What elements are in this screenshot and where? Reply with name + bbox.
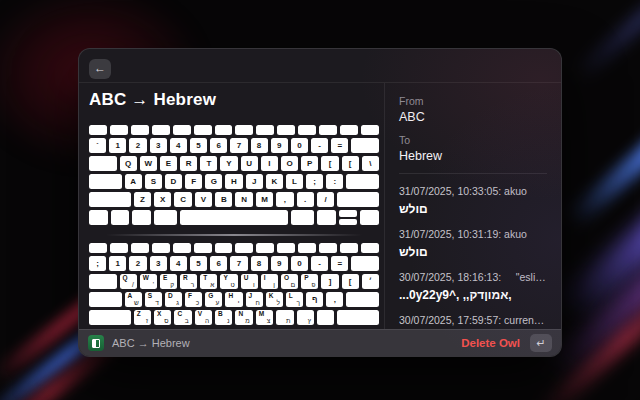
key-8: 8 [251,138,268,153]
key-blank [215,125,233,135]
history-timestamp: 31/07/2025, 10:31:19: akuo [399,228,547,240]
key-K: K [266,174,283,189]
page-title: ABC → Hebrew [89,90,216,110]
key-blank [89,125,107,135]
key-G: Gע [205,292,222,307]
key-`: ` [89,138,106,153]
key-;: ; [306,174,323,189]
key-blank [298,125,316,135]
key-O: O [281,156,298,171]
key-O: Oם [281,274,298,289]
key-4: 4 [170,138,187,153]
key-blank [89,192,131,207]
keyboard-glyph-icon [92,339,100,348]
key-,: , [276,192,293,207]
from-label: From [399,95,547,107]
keyboard-row [89,210,379,225]
key-8: 8 [251,256,268,271]
to-label: To [399,134,547,146]
key-blank [131,125,149,135]
key-1: 1 [109,256,126,271]
key-blank [194,243,212,253]
key-N: Nמ [235,310,252,325]
key-5: 5 [190,138,207,153]
key-S: Sד [145,292,162,307]
detail-panel: From ABC To Hebrew 31/07/2025, 10:33:05:… [385,83,561,329]
key-E: Eק [160,274,177,289]
wallpaper-streak [564,54,640,229]
key-blank [154,210,177,225]
key-R: Rר [180,274,197,289]
keyboard-abc: `1234567890-=QWERTYUIOP[[\ASDFGHJKL;:ZXC… [89,125,379,225]
history-result: שלום [399,202,547,216]
key-K: Kל [266,292,283,307]
key-blank [235,125,253,135]
key-Z: Z [134,192,151,207]
key-R: R [180,156,197,171]
key-blank [215,243,233,253]
key-6: 6 [210,138,227,153]
key-blank [152,125,170,135]
key-blank [89,156,117,171]
key-blank [180,210,288,225]
key-C: C [174,192,191,207]
key-,: , [326,292,343,307]
key-F: Fכ [185,292,202,307]
back-arrow-icon: ← [94,61,106,75]
delete-owl-action[interactable]: Delete Owl [461,337,520,349]
key-Y: Y [220,156,237,171]
key-=: = [331,138,348,153]
key-M: M [256,192,273,207]
key-2: 2 [129,138,146,153]
key-blank [256,243,274,253]
app-icon [88,335,104,351]
key-blank [291,210,314,225]
keyboard-row: QWERTYUIOP[[\ [89,156,379,171]
key-U: Uו [241,274,258,289]
keyboard-row: `1234567890-= [89,138,379,153]
key-blank [298,243,316,253]
key-T: T [200,156,217,171]
keyboard-row: ;1234567890-= [89,256,379,271]
key-blank [152,243,170,253]
key-blank [317,310,334,325]
key-blank [346,292,379,307]
key-[: [ [342,274,359,289]
key-5: 5 [190,256,207,271]
key-N: N [235,192,252,207]
key-7: 7 [230,138,247,153]
key-G: G [205,174,222,189]
key-blank [360,210,379,225]
key-B: Bנ [215,310,232,325]
key-E: E [160,156,177,171]
history-result: ...0y22y9^, ,,קדןומא, [399,288,547,302]
key-[: [ [321,156,338,171]
keyboard-row [89,243,379,253]
key-P: P [301,156,318,171]
enter-key-button[interactable]: ↵ [530,334,552,352]
key-W: W [140,156,157,171]
from-value: ABC [399,110,547,124]
keyboard-row [89,125,379,135]
keyboard-row: ASDFGHJKL;: [89,174,379,189]
back-button[interactable]: ← [89,59,111,79]
key-\: \ [362,156,379,171]
key-blank [235,243,253,253]
key-0: 0 [291,138,308,153]
arrow-keys [339,210,358,225]
key-9: 9 [271,138,288,153]
key-X: Xס [154,310,171,325]
key-Z: Zז [134,310,151,325]
key-ף: ף [306,292,323,307]
key-J: J [246,174,263,189]
wallpaper-streak [574,0,640,81]
history-timestamp: 30/07/2025, 18:16:13: "eslint": "^9.22… [399,271,547,283]
key-P: Pפ [301,274,318,289]
key-6: 6 [210,256,227,271]
key-I: I [261,156,278,171]
app-window: ← ABC → Hebrew `1234567890-=QWERTYUIOP[[… [78,48,562,357]
key-blank [194,125,212,135]
key-׳: ׳ [362,274,379,289]
key-M: Mצ [256,310,273,325]
key-.: . [297,192,314,207]
